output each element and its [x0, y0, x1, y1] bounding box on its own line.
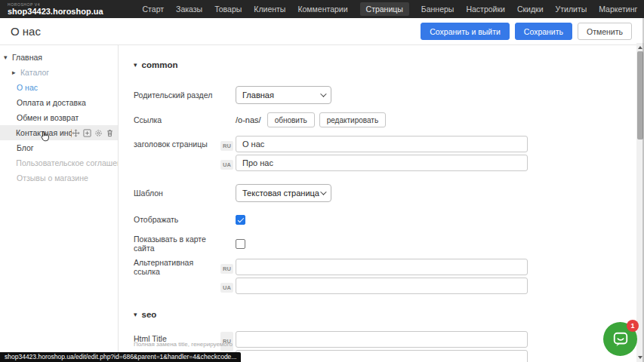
sidebar-item[interactable]: О нас [0, 80, 118, 95]
cancel-button[interactable]: Отменить [578, 23, 632, 40]
page-title: О нас [11, 25, 41, 38]
alt-link-ua-input[interactable] [236, 278, 528, 294]
add-page-icon[interactable] [83, 129, 91, 137]
edit-form: ▾ common Родительский раздел Главная Ссы… [119, 45, 636, 362]
template-label: Шаблон [134, 189, 220, 198]
section-common[interactable]: ▾ common [134, 60, 636, 69]
sidebar-item[interactable]: Блог [0, 140, 118, 155]
menu-item[interactable]: Настройки [466, 2, 505, 16]
move-icon[interactable] [72, 129, 80, 137]
page-title-ru-input[interactable] [236, 136, 528, 152]
sidebar-item-label: Пользовательское соглашение [16, 158, 118, 167]
menu-item[interactable]: Утилиты [556, 2, 587, 16]
menu-item[interactable]: Скидки [517, 2, 544, 16]
template-select[interactable]: Текстовая страница [236, 184, 331, 202]
tree-row-actions [72, 129, 118, 137]
chevron-right-icon[interactable]: ▸ [12, 69, 20, 76]
save-button[interactable]: Сохранить [515, 23, 572, 40]
chat-widget-button[interactable]: 1 [603, 322, 637, 356]
brand-domain: shop34423.horoshop.ua [8, 8, 103, 16]
template-value: Текстовая страница [242, 189, 319, 198]
topbar-menu: СтартЗаказыТоварыКлиентыКомментарииСтран… [143, 2, 644, 16]
html-title-hint: Полная замена title, генерируемого [134, 341, 233, 348]
sidebar-item-label: Обмен и возврат [17, 113, 79, 122]
lang-badge-ua: UA [220, 160, 233, 170]
sidebar-item-label: Главная [12, 53, 42, 62]
display-checkbox[interactable] [236, 215, 245, 225]
section-title: common [142, 60, 178, 69]
sitemap-label: Показывать в карте сайта [134, 235, 220, 253]
link-value: /o-nas/ [236, 115, 261, 124]
row-page-title-ru: заголовок страницы RU [134, 136, 636, 152]
row-display: Отображать [134, 213, 636, 226]
alt-link-label: Альтернативная ссылка [134, 258, 220, 276]
sitemap-checkbox[interactable] [236, 239, 245, 249]
html-title-ru-input[interactable] [236, 331, 528, 348]
section-seo[interactable]: ▾ seo [134, 310, 636, 319]
chevron-down-icon[interactable]: ▾ [134, 311, 137, 318]
row-sitemap: Показывать в карте сайта [134, 237, 636, 250]
display-label: Отображать [134, 215, 220, 224]
section-title: seo [142, 310, 157, 319]
chat-badge: 1 [627, 320, 639, 332]
sidebar-item-label: Каталог [20, 68, 49, 77]
save-and-exit-button[interactable]: Сохранить и выйти [421, 23, 510, 40]
chat-bubble-icon [612, 331, 629, 348]
row-alt-link-ru: Альтернативная ссылка RU [134, 259, 636, 275]
parent-section-label: Родительский раздел [134, 90, 220, 100]
sidebar-item-label: Блог [17, 143, 34, 152]
pages-tree-sidebar: ▾Главная▸КаталогО насОплата и доставкаОб… [0, 45, 119, 362]
main-area: ▾Главная▸КаталогО насОплата и доставкаОб… [0, 45, 636, 362]
row-html-title-ru: Html Title Полная замена title, генериру… [134, 331, 636, 348]
sidebar-item-label: Контактная инфор [16, 128, 72, 137]
chevron-down-icon [320, 90, 326, 97]
row-template: Шаблон Текстовая страница [134, 184, 636, 202]
brand-version: HOROSHOP V4 [8, 3, 103, 7]
menu-item[interactable]: Баннеры [421, 2, 454, 16]
sidebar-item[interactable]: Оплата и доставка [0, 95, 118, 110]
parent-section-select[interactable]: Главная [236, 86, 331, 104]
menu-item[interactable]: Маркетинг [599, 2, 637, 16]
menu-item[interactable]: Товары [214, 2, 242, 16]
sidebar-item-label: Отзывы о магазине [17, 173, 88, 183]
html-title-ua-input[interactable] [236, 350, 528, 362]
row-parent-section: Родительский раздел Главная [134, 86, 636, 104]
menu-item[interactable]: Комментарии [297, 2, 347, 16]
page-title-label: заголовок страницы [134, 140, 220, 149]
sidebar-item[interactable]: Контактная инфор [0, 125, 118, 140]
row-alt-link-ua: UA [134, 278, 636, 294]
sidebar-item[interactable]: Пользовательское соглашение [0, 155, 118, 170]
page-header: О нас Сохранить и выйти Сохранить Отмени… [0, 18, 644, 45]
parent-section-value: Главная [242, 90, 274, 100]
lang-badge-ru: RU [220, 264, 233, 274]
sidebar-item[interactable]: ▾Главная [0, 50, 118, 65]
row-link: Ссылка /o-nas/ обновить редактировать [134, 112, 636, 128]
status-url: shop34423.horoshop.ua/edit/edit.php?id=6… [0, 352, 241, 362]
chevron-down-icon[interactable]: ▾ [134, 61, 137, 69]
delete-icon[interactable] [106, 129, 114, 137]
menu-item[interactable]: Страницы [360, 2, 409, 16]
sidebar-item[interactable]: Отзывы о магазине [0, 170, 118, 186]
sidebar-tree: ▾Главная▸КаталогО насОплата и доставкаОб… [0, 50, 118, 186]
menu-item[interactable]: Заказы [176, 2, 202, 16]
sidebar-item-label: Оплата и доставка [17, 98, 86, 107]
lang-badge-ru: RU [220, 141, 233, 151]
menu-item[interactable]: Клиенты [254, 2, 285, 16]
alt-link-ru-input[interactable] [236, 259, 528, 275]
link-edit-button[interactable]: редактировать [319, 112, 386, 127]
row-page-title-ua: UA [134, 155, 636, 171]
link-label: Ссылка [134, 115, 220, 124]
link-update-button[interactable]: обновить [267, 112, 315, 127]
chevron-down-icon [320, 189, 326, 195]
sidebar-item-label: О нас [17, 83, 38, 92]
brand-logo[interactable]: HOROSHOP V4 shop34423.horoshop.ua [8, 3, 103, 16]
sidebar-item[interactable]: ▸Каталог [0, 65, 118, 80]
settings-icon[interactable] [94, 129, 103, 137]
page-title-ua-input[interactable] [236, 155, 528, 171]
topbar: HOROSHOP V4 shop34423.horoshop.ua СтартЗ… [0, 0, 644, 18]
lang-badge-ua: UA [220, 283, 233, 293]
sidebar-item[interactable]: Обмен и возврат [0, 110, 118, 125]
menu-item[interactable]: Старт [143, 2, 165, 16]
chevron-down-icon[interactable]: ▾ [4, 54, 12, 61]
